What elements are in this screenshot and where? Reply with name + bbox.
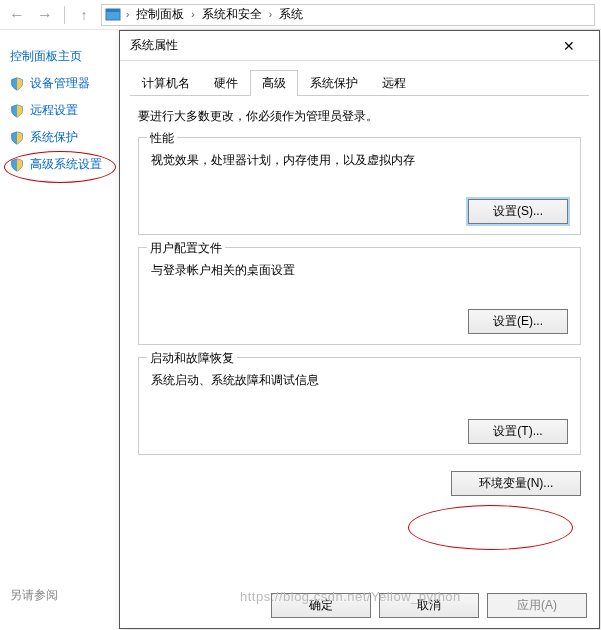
tab-system-protection[interactable]: 系统保护: [298, 70, 370, 96]
breadcrumb-item[interactable]: 控制面板: [134, 6, 186, 23]
sidebar-item-advanced-system-settings[interactable]: 高级系统设置: [10, 156, 112, 173]
startup-recovery-settings-button[interactable]: 设置(T)...: [468, 419, 568, 444]
group-startup-recovery: 启动和故障恢复 系统启动、系统故障和调试信息 设置(T)...: [138, 357, 581, 455]
close-button[interactable]: ✕: [549, 32, 589, 60]
sidebar-item-label: 高级系统设置: [30, 156, 102, 173]
tab-hardware[interactable]: 硬件: [202, 70, 250, 96]
sidebar-item-system-protection[interactable]: 系统保护: [10, 129, 112, 146]
control-panel-icon: [105, 7, 121, 23]
breadcrumb[interactable]: › 控制面板 › 系统和安全 › 系统: [101, 4, 595, 26]
chevron-right-icon[interactable]: ›: [123, 9, 132, 20]
tabstrip: 计算机名 硬件 高级 系统保护 远程: [130, 71, 589, 96]
sidebar-item-device-manager[interactable]: 设备管理器: [10, 75, 112, 92]
group-title: 性能: [147, 130, 177, 147]
svg-rect-1: [106, 9, 120, 12]
apply-button[interactable]: 应用(A): [487, 593, 587, 618]
group-performance: 性能 视觉效果，处理器计划，内存使用，以及虚拟内存 设置(S)...: [138, 137, 581, 235]
address-bar: ← → ↑ › 控制面板 › 系统和安全 › 系统: [0, 0, 601, 30]
dialog-buttons: 确定 取消 应用(A): [271, 593, 587, 618]
chevron-right-icon[interactable]: ›: [188, 9, 197, 20]
environment-variables-button[interactable]: 环境变量(N)...: [451, 471, 581, 496]
group-desc: 系统启动、系统故障和调试信息: [151, 366, 568, 419]
group-user-profiles: 用户配置文件 与登录帐户相关的桌面设置 设置(E)...: [138, 247, 581, 345]
nav-separator: [64, 6, 65, 24]
breadcrumb-item[interactable]: 系统和安全: [200, 6, 264, 23]
dialog-titlebar: 系统属性 ✕: [120, 31, 599, 61]
control-panel-home-link[interactable]: 控制面板主页: [10, 44, 112, 75]
group-title: 用户配置文件: [147, 240, 225, 257]
shield-icon: [10, 158, 24, 172]
shield-icon: [10, 131, 24, 145]
user-profiles-settings-button[interactable]: 设置(E)...: [468, 309, 568, 334]
sidebar-item-remote-settings[interactable]: 远程设置: [10, 102, 112, 119]
nav-up-icon[interactable]: ↑: [73, 4, 95, 26]
chevron-right-icon[interactable]: ›: [266, 9, 275, 20]
nav-forward-icon[interactable]: →: [34, 4, 56, 26]
shield-icon: [10, 77, 24, 91]
tab-advanced-page: 要进行大多数更改，你必须作为管理员登录。 性能 视觉效果，处理器计划，内存使用，…: [120, 96, 599, 455]
ok-button[interactable]: 确定: [271, 593, 371, 618]
sidebar-item-label: 系统保护: [30, 129, 78, 146]
group-title: 启动和故障恢复: [147, 350, 237, 367]
group-desc: 与登录帐户相关的桌面设置: [151, 256, 568, 309]
performance-settings-button[interactable]: 设置(S)...: [468, 199, 568, 224]
left-nav: 控制面板主页 设备管理器 远程设置 系统保护 高级系统设置 另请参阅: [0, 30, 112, 630]
sidebar-item-label: 远程设置: [30, 102, 78, 119]
cancel-button[interactable]: 取消: [379, 593, 479, 618]
sidebar-item-label: 设备管理器: [30, 75, 90, 92]
dialog-title: 系统属性: [130, 37, 178, 54]
nav-back-icon[interactable]: ←: [6, 4, 28, 26]
tab-advanced[interactable]: 高级: [250, 70, 298, 96]
see-also-label: 另请参阅: [10, 587, 58, 604]
tab-remote[interactable]: 远程: [370, 70, 418, 96]
group-desc: 视觉效果，处理器计划，内存使用，以及虚拟内存: [151, 146, 568, 199]
tab-computer-name[interactable]: 计算机名: [130, 70, 202, 96]
shield-icon: [10, 104, 24, 118]
system-properties-dialog: 系统属性 ✕ 计算机名 硬件 高级 系统保护 远程 要进行大多数更改，你必须作为…: [119, 30, 600, 629]
breadcrumb-item[interactable]: 系统: [277, 6, 305, 23]
admin-note: 要进行大多数更改，你必须作为管理员登录。: [138, 108, 581, 125]
